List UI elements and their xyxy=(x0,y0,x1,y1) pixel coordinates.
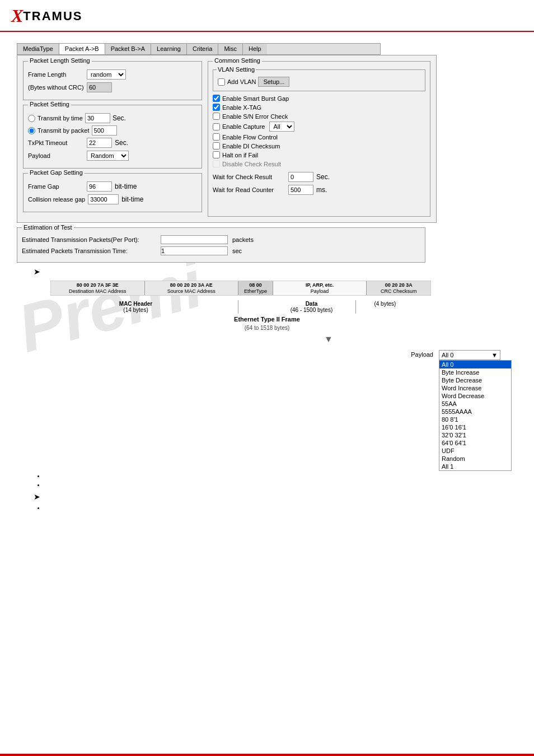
payload-label: Payload xyxy=(28,152,84,159)
data-label: Data(46 - 1500 bytes) xyxy=(268,300,355,314)
payload-option-udf[interactable]: UDF xyxy=(439,447,511,455)
payload-dropdown-arrow: ▼ xyxy=(491,352,498,358)
frame-length-select[interactable]: random fixed xyxy=(87,69,126,80)
logo-x: X xyxy=(11,6,23,26)
frame-diagram: 80 00 20 7A 3F 3E Destination MAC Addres… xyxy=(50,281,431,296)
packet-length-group: Packet Length Setting Frame Length rando… xyxy=(23,61,202,100)
collision-row: Collision release gap bit-time xyxy=(28,194,197,204)
frame-length-label: Frame Length xyxy=(28,71,84,78)
vlan-group: VLAN Setting Add VLAN Setup... xyxy=(213,69,425,91)
payload-option-55aa[interactable]: 55AA xyxy=(439,400,511,408)
bullet-section-2 xyxy=(45,504,500,511)
vlan-title: VLAN Setting xyxy=(217,66,256,73)
tx-time-unit: sec xyxy=(232,248,242,254)
main-content: Premi MediaType Packet A->B Packet B->A … xyxy=(0,32,534,525)
di-checksum-row: Enable DI Checksum xyxy=(213,142,425,150)
txpkt-unit: Sec. xyxy=(115,139,128,147)
disable-check-result-checkbox[interactable] xyxy=(213,160,220,167)
payload-option-640641[interactable]: 64'0 64'1 xyxy=(439,439,511,447)
payload-option-byte-increase[interactable]: Byte Increase xyxy=(439,368,511,376)
logo-tramus: TRAMUS xyxy=(23,9,82,24)
transmit-time-label: Transmit by time xyxy=(38,115,83,122)
payload-row: Payload Random All 0 All 1 xyxy=(28,151,197,161)
bytes-row: (Bytes without CRC) xyxy=(28,82,197,92)
wait-read-input[interactable] xyxy=(288,185,313,195)
enable-capture-checkbox[interactable] xyxy=(213,123,220,130)
transmit-time-radio[interactable] xyxy=(28,115,35,122)
transmit-packet-input[interactable] xyxy=(92,125,117,136)
capture-row: Enable Capture All xyxy=(213,122,425,132)
enable-flow-control-checkbox[interactable] xyxy=(213,133,220,141)
collision-unit: bit-time xyxy=(121,195,143,203)
wait-check-input[interactable] xyxy=(288,172,313,182)
payload-select-shown[interactable]: All 0 ▼ xyxy=(439,350,500,360)
payload-area-label: Payload xyxy=(411,351,433,358)
enable-di-checksum-label: Enable DI Checksum xyxy=(222,143,280,150)
add-vlan-row: Add VLAN Setup... xyxy=(218,77,420,87)
transmit-time-input[interactable] xyxy=(85,113,110,123)
frame-gap-input[interactable] xyxy=(87,181,112,192)
halt-fail-checkbox[interactable] xyxy=(213,151,220,158)
common-setting-group: Common Setting VLAN Setting Add VLAN Set… xyxy=(208,61,430,217)
frame-title-container: Ethernet Type II Frame (64 to 1518 bytes… xyxy=(34,316,500,331)
ethernet-frame-title: Ethernet Type II Frame xyxy=(34,316,500,323)
enable-sn-error-label: Enable S/N Error Check xyxy=(222,113,288,120)
payload-option-5555aaaa[interactable]: 5555AAAA xyxy=(439,408,511,416)
payload-dropdown-list[interactable]: All 0 Byte Increase Byte Decrease Word I… xyxy=(439,360,512,471)
enable-xtag-checkbox[interactable] xyxy=(213,104,220,111)
frame-gap-label: Frame Gap xyxy=(28,183,84,190)
packet-length-title: Packet Length Setting xyxy=(28,57,92,64)
right-panel: Common Setting VLAN Setting Add VLAN Set… xyxy=(208,61,430,217)
wait-read-unit: ms. xyxy=(316,186,327,194)
enable-di-checksum-checkbox[interactable] xyxy=(213,142,220,150)
add-vlan-checkbox[interactable] xyxy=(218,78,225,86)
sn-error-row: Enable S/N Error Check xyxy=(213,113,425,120)
payload-option-160161[interactable]: 16'0 16'1 xyxy=(439,423,511,431)
enable-sn-error-checkbox[interactable] xyxy=(213,113,220,120)
disable-check-result-label: Disable Check Result xyxy=(222,161,281,167)
bullet-item-3 xyxy=(45,504,500,511)
frame-diagram-container: 80 00 20 7A 3F 3E Destination MAC Addres… xyxy=(34,281,500,331)
tx-time-input[interactable] xyxy=(161,246,228,255)
packet-gap-group: Packet Gap Setting Frame Gap bit-time Co… xyxy=(23,173,202,212)
payload-option-8081[interactable]: 80 8'1 xyxy=(439,416,511,423)
payload-select[interactable]: Random All 0 All 1 xyxy=(87,151,129,161)
tab-bar: MediaType Packet A->B Packet B->A Learni… xyxy=(17,43,381,55)
payload-option-word-increase[interactable]: Word Increase xyxy=(439,384,511,392)
payload-option-byte-decrease[interactable]: Byte Decrease xyxy=(439,376,511,384)
wait-read-row: Wait for Read Counter ms. xyxy=(213,185,425,195)
common-setting-title: Common Setting xyxy=(213,57,262,64)
tab-criteria[interactable]: Criteria xyxy=(187,44,218,54)
payload-area: Payload All 0 ▼ All 0 Byte Increase Byte… xyxy=(34,350,500,360)
enable-smart-burst-checkbox[interactable] xyxy=(213,95,220,102)
tab-packet-ba[interactable]: Packet B->A xyxy=(105,44,151,54)
down-arrow: ▼ xyxy=(140,334,517,344)
tab-packet-ab[interactable]: Packet A->B xyxy=(59,44,105,54)
capture-select[interactable]: All xyxy=(269,122,294,132)
setup-button[interactable]: Setup... xyxy=(258,77,289,87)
tab-learning[interactable]: Learning xyxy=(151,44,187,54)
tab-mediatype[interactable]: MediaType xyxy=(17,44,59,54)
frame-cell-ethertype: 08 00 EtherType xyxy=(238,281,273,295)
frame-length-row: Frame Length random fixed xyxy=(28,69,197,80)
transmit-packet-radio[interactable] xyxy=(28,127,35,134)
bytes-input[interactable] xyxy=(87,82,112,92)
footer-line xyxy=(0,754,534,756)
payload-option-320321[interactable]: 32'0 32'1 xyxy=(439,431,511,439)
frame-cell-crc: 00 20 20 3A CRC Checksum xyxy=(367,281,430,295)
txpkt-input[interactable] xyxy=(87,138,112,148)
payload-option-random[interactable]: Random xyxy=(439,455,511,463)
tx-packets-input[interactable] xyxy=(161,235,228,244)
payload-option-all1[interactable]: All 1 xyxy=(439,463,511,470)
tab-misc[interactable]: Misc xyxy=(218,44,243,54)
x-tag-row: Enable X-TAG xyxy=(213,104,425,111)
bytes-label: (Bytes without CRC) xyxy=(28,84,84,91)
payload-option-all0[interactable]: All 0 xyxy=(439,361,511,368)
tx-packets-unit: packets xyxy=(232,236,254,243)
tab-help[interactable]: Help xyxy=(243,44,267,54)
payload-option-word-decrease[interactable]: Word Decrease xyxy=(439,392,511,400)
packet-setting-group: Packet Setting Transmit by time Sec. Tra… xyxy=(23,105,202,169)
frame-gap-row: Frame Gap bit-time xyxy=(28,181,197,192)
bullet-item-1 xyxy=(45,472,500,479)
collision-input[interactable] xyxy=(88,194,119,204)
